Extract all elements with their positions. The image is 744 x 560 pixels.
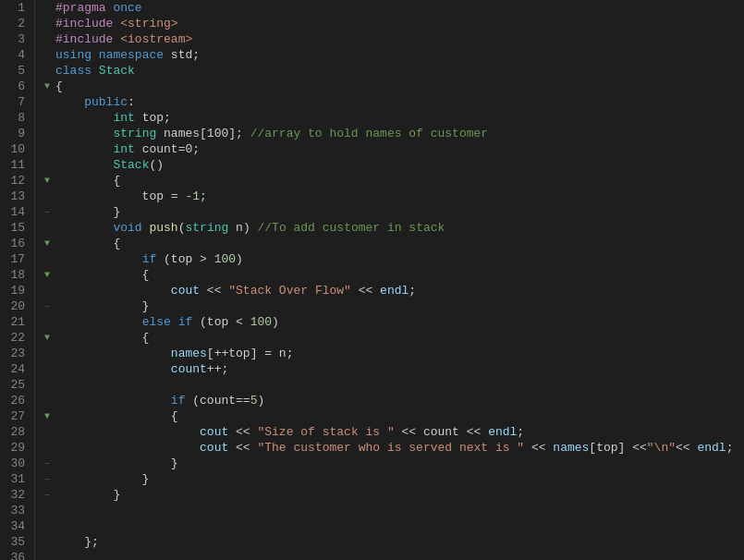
fold-marker-20[interactable]: – bbox=[39, 298, 55, 314]
line-number-34: 34 bbox=[7, 518, 25, 534]
code-line-2: #include <string> bbox=[39, 16, 744, 31]
line-number-2: 2 bbox=[7, 16, 25, 31]
line-number-20: 20 bbox=[7, 298, 25, 314]
fold-marker-12[interactable]: ▼ bbox=[39, 173, 55, 189]
code-text-2: #include <string> bbox=[55, 16, 178, 31]
code-text-20: } bbox=[55, 298, 149, 314]
line-number-30: 30 bbox=[7, 456, 25, 471]
code-text-30: } bbox=[55, 456, 178, 471]
line-number-8: 8 bbox=[7, 110, 25, 126]
line-number-7: 7 bbox=[7, 94, 25, 110]
code-text-24: count++; bbox=[55, 361, 228, 377]
code-text-16: { bbox=[55, 236, 120, 251]
line-number-28: 28 bbox=[7, 424, 25, 440]
fold-marker-14[interactable]: – bbox=[39, 204, 55, 220]
code-text-26: if (count==5) bbox=[55, 393, 264, 408]
code-text-21: else if (top < 100) bbox=[55, 314, 279, 330]
code-text-15: void push(string n) //To add customer in… bbox=[55, 220, 445, 236]
code-text-31: } bbox=[55, 471, 149, 487]
code-line-18: ▼ { bbox=[39, 267, 744, 283]
code-line-6: ▼{ bbox=[39, 79, 744, 94]
code-line-15: void push(string n) //To add customer in… bbox=[39, 220, 744, 236]
code-text-11: Stack() bbox=[55, 157, 164, 173]
code-line-24: count++; bbox=[39, 361, 744, 377]
code-line-17: if (top > 100) bbox=[39, 251, 744, 267]
line-number-29: 29 bbox=[7, 440, 25, 456]
code-text-29: cout << "The customer who is served next… bbox=[55, 440, 733, 456]
code-line-1: #pragma once bbox=[39, 0, 744, 16]
code-text-35: }; bbox=[55, 534, 99, 550]
line-number-19: 19 bbox=[7, 283, 25, 298]
line-number-4: 4 bbox=[7, 47, 25, 63]
code-text-7: public: bbox=[55, 94, 135, 110]
fold-marker-16[interactable]: ▼ bbox=[39, 236, 55, 251]
line-number-23: 23 bbox=[7, 346, 25, 361]
code-text-17: if (top > 100) bbox=[55, 251, 243, 267]
code-line-34 bbox=[39, 518, 744, 534]
fold-marker-30[interactable]: – bbox=[39, 456, 55, 471]
code-line-10: int count=0; bbox=[39, 141, 744, 157]
line-number-26: 26 bbox=[7, 393, 25, 408]
line-number-15: 15 bbox=[7, 220, 25, 236]
line-number-36: 36 bbox=[7, 550, 25, 560]
line-number-13: 13 bbox=[7, 189, 25, 204]
fold-marker-18[interactable]: ▼ bbox=[39, 267, 55, 283]
fold-marker-31[interactable]: – bbox=[39, 471, 55, 487]
code-line-32: – } bbox=[39, 487, 744, 503]
code-line-29: cout << "The customer who is served next… bbox=[39, 440, 744, 456]
line-number-10: 10 bbox=[7, 141, 25, 157]
code-line-35: }; bbox=[39, 534, 744, 550]
code-line-19: cout << "Stack Over Flow" << endl; bbox=[39, 283, 744, 298]
code-line-22: ▼ { bbox=[39, 330, 744, 346]
code-line-20: – } bbox=[39, 298, 744, 314]
line-number-gutter: 1234567891011121314151617181920212223242… bbox=[0, 0, 35, 560]
code-text-14: } bbox=[55, 204, 120, 220]
code-text-12: { bbox=[55, 173, 120, 189]
code-text-1: #pragma once bbox=[55, 0, 142, 16]
line-number-16: 16 bbox=[7, 236, 25, 251]
line-number-14: 14 bbox=[7, 204, 25, 220]
line-number-12: 12 bbox=[7, 173, 25, 189]
code-line-26: if (count==5) bbox=[39, 393, 744, 408]
line-number-32: 32 bbox=[7, 487, 25, 503]
line-number-31: 31 bbox=[7, 471, 25, 487]
line-number-17: 17 bbox=[7, 251, 25, 267]
code-line-13: top = -1; bbox=[39, 189, 744, 204]
code-line-25 bbox=[39, 377, 744, 393]
line-number-25: 25 bbox=[7, 377, 25, 393]
code-text-9: string names[100]; //array to hold names… bbox=[55, 126, 488, 141]
code-line-31: – } bbox=[39, 471, 744, 487]
fold-marker-27[interactable]: ▼ bbox=[39, 408, 55, 424]
line-number-3: 3 bbox=[7, 31, 25, 47]
code-text-23: names[++top] = n; bbox=[55, 346, 293, 361]
line-number-24: 24 bbox=[7, 361, 25, 377]
code-line-36 bbox=[39, 550, 744, 560]
code-text-6: { bbox=[55, 79, 63, 94]
code-text-19: cout << "Stack Over Flow" << endl; bbox=[55, 283, 416, 298]
fold-marker-32[interactable]: – bbox=[39, 487, 55, 503]
line-number-35: 35 bbox=[7, 534, 25, 550]
code-line-8: int top; bbox=[39, 110, 744, 126]
code-line-23: names[++top] = n; bbox=[39, 346, 744, 361]
fold-marker-6[interactable]: ▼ bbox=[39, 79, 55, 94]
code-editor: 1234567891011121314151617181920212223242… bbox=[0, 0, 744, 560]
code-text-18: { bbox=[55, 267, 149, 283]
code-line-30: – } bbox=[39, 456, 744, 471]
line-number-6: 6 bbox=[7, 79, 25, 94]
code-text-4: using namespace std; bbox=[55, 47, 200, 63]
line-number-33: 33 bbox=[7, 503, 25, 518]
line-number-18: 18 bbox=[7, 267, 25, 283]
code-text-32: } bbox=[55, 487, 120, 503]
code-line-3: #include <iostream> bbox=[39, 31, 744, 47]
code-text-13: top = -1; bbox=[55, 189, 207, 204]
code-line-33 bbox=[39, 503, 744, 518]
code-text-3: #include <iostream> bbox=[55, 31, 192, 47]
line-number-27: 27 bbox=[7, 408, 25, 424]
line-number-1: 1 bbox=[7, 0, 25, 16]
fold-marker-22[interactable]: ▼ bbox=[39, 330, 55, 346]
code-line-27: ▼ { bbox=[39, 408, 744, 424]
code-text-5: class Stack bbox=[55, 63, 135, 79]
code-line-16: ▼ { bbox=[39, 236, 744, 251]
code-line-14: – } bbox=[39, 204, 744, 220]
line-number-22: 22 bbox=[7, 330, 25, 346]
